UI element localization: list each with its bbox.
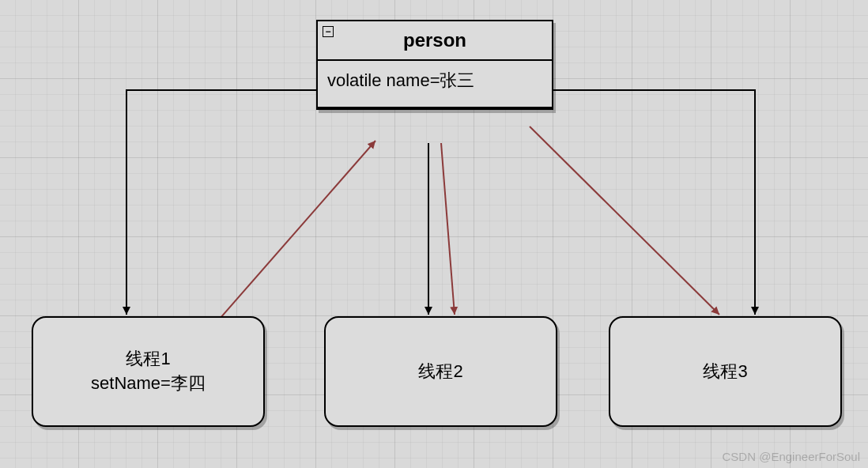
diagram-canvas: − person volatile name=张三 线程1 setName=李四… xyxy=(0,0,868,468)
svg-line-2 xyxy=(530,126,719,315)
collapse-icon[interactable]: − xyxy=(323,26,334,37)
svg-line-1 xyxy=(441,143,455,315)
uml-class-title-row: − person xyxy=(318,21,552,61)
thread3-label: 线程3 xyxy=(703,360,747,384)
thread-box-2: 线程2 xyxy=(324,316,557,427)
uml-class-attribute: volatile name=张三 xyxy=(318,61,552,108)
watermark: CSDN @EngineerForSoul xyxy=(723,450,860,463)
uml-class-title: person xyxy=(403,29,466,51)
thread2-label: 线程2 xyxy=(418,360,462,384)
thread-box-3: 线程3 xyxy=(609,316,842,427)
uml-class-person: − person volatile name=张三 xyxy=(316,20,553,110)
thread1-detail: setName=李四 xyxy=(91,372,206,396)
thread-box-1: 线程1 setName=李四 xyxy=(32,316,265,427)
thread1-label: 线程1 xyxy=(126,347,170,372)
